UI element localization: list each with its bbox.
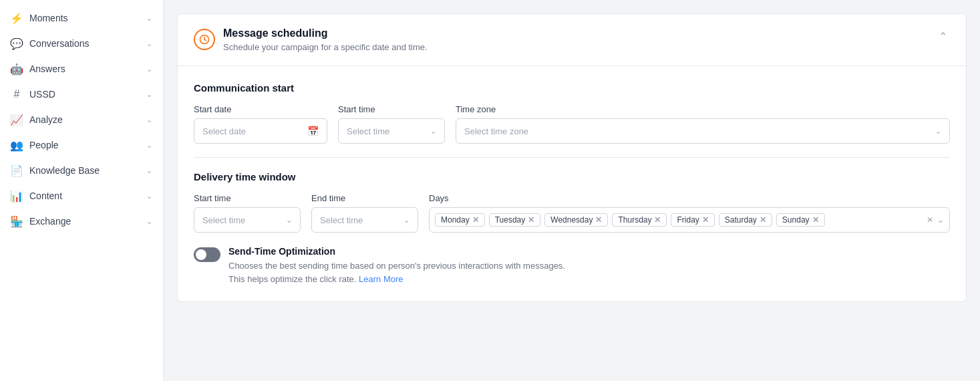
sidebar-label-moments: Moments [29, 13, 68, 23]
timezone-group: Time zone Select time zone ⌄ [456, 104, 950, 144]
moments-icon: ⚡ [11, 12, 23, 24]
analyze-icon: 📈 [11, 114, 23, 126]
sidebar: ⚡ Moments ⌄ 💬 Conversations ⌄ 🤖 Answers … [0, 0, 164, 381]
day-tag-sunday: Sunday ✕ [776, 213, 825, 227]
chevron-icon-knowledge-base: ⌄ [146, 166, 152, 175]
day-tag-remove[interactable]: ✕ [528, 216, 534, 224]
delivery-start-time-group: Start time Select time ⌄ [194, 193, 301, 233]
delivery-window-title: Delivery time window [194, 171, 950, 182]
section-divider [194, 157, 950, 158]
start-time-label: Start time [338, 104, 445, 114]
sidebar-item-answers[interactable]: 🤖 Answers ⌄ [0, 56, 163, 82]
delivery-window-form: Start time Select time ⌄ End time Select… [194, 193, 950, 233]
chevron-icon-analyze: ⌄ [146, 116, 152, 124]
learn-more-link[interactable]: Learn More [359, 274, 403, 284]
day-tag-friday: Friday ✕ [671, 213, 714, 227]
chevron-icon-conversations: ⌄ [146, 39, 152, 48]
sidebar-item-knowledge-base[interactable]: 📄 Knowledge Base ⌄ [0, 158, 163, 183]
day-tag-label: Thursday [618, 215, 651, 225]
sidebar-label-exchange: Exchange [29, 216, 71, 227]
start-date-group: Start date Select date 📅 [194, 104, 327, 144]
optimization-label: Send-Time Optimization [228, 246, 565, 257]
delivery-end-time-input[interactable]: Select time ⌄ [311, 207, 418, 233]
conversations-icon: 💬 [11, 37, 23, 49]
send-time-optimization-toggle[interactable] [194, 247, 220, 262]
day-tag-label: Wednesday [550, 215, 593, 225]
day-tag-remove[interactable]: ✕ [702, 216, 709, 224]
ussd-icon: # [11, 88, 23, 100]
days-group: Days Monday ✕ Tuesday ✕ Wednesday ✕ Thur… [429, 193, 950, 233]
day-tag-remove[interactable]: ✕ [654, 216, 661, 224]
sidebar-item-conversations[interactable]: 💬 Conversations ⌄ [0, 31, 163, 56]
day-tag-monday: Monday ✕ [435, 213, 485, 227]
start-time-placeholder: Select time [347, 126, 389, 136]
day-tag-label: Monday [441, 215, 470, 225]
clear-days-icon[interactable]: ✕ [927, 215, 933, 225]
sidebar-label-conversations: Conversations [29, 38, 90, 49]
start-time-input[interactable]: Select time ⌄ [338, 118, 445, 144]
schedule-icon [194, 29, 215, 50]
chevron-down-icon-days[interactable]: ⌄ [937, 215, 944, 225]
chevron-down-icon-dst: ⌄ [286, 216, 292, 225]
day-tag-label: Saturday [725, 215, 757, 225]
day-tag-tuesday: Tuesday ✕ [489, 213, 541, 227]
collapse-button[interactable]: ⌃ [936, 27, 950, 45]
day-tag-saturday: Saturday ✕ [719, 213, 772, 227]
chevron-icon-exchange: ⌄ [146, 217, 152, 226]
chevron-icon-content: ⌄ [146, 192, 152, 201]
start-date-placeholder: Select date [202, 126, 246, 136]
day-tag-remove[interactable]: ✕ [760, 216, 766, 224]
calendar-icon: 📅 [307, 126, 319, 136]
sidebar-label-people: People [29, 140, 59, 150]
communication-start-title: Communication start [194, 82, 950, 94]
sidebar-item-analyze[interactable]: 📈 Analyze ⌄ [0, 107, 163, 132]
send-time-optimization-row: Send-Time Optimization Chooses the best … [194, 246, 950, 285]
day-tag-remove[interactable]: ✕ [595, 216, 602, 224]
delivery-start-time-placeholder: Select time [202, 215, 245, 225]
sidebar-item-ussd[interactable]: # USSD ⌄ [0, 82, 163, 107]
sidebar-item-moments[interactable]: ⚡ Moments ⌄ [0, 5, 163, 31]
main-content: Message scheduling Schedule your campaig… [164, 0, 980, 381]
card-title: Message scheduling [223, 27, 428, 39]
sidebar-label-analyze: Analyze [29, 114, 63, 125]
chevron-down-icon-tz: ⌄ [935, 127, 941, 136]
timezone-placeholder: Select time zone [464, 126, 528, 136]
chevron-icon-answers: ⌄ [146, 65, 152, 74]
sidebar-item-exchange[interactable]: 🏪 Exchange ⌄ [0, 209, 163, 234]
day-tag-label: Tuesday [495, 215, 526, 225]
content-icon: 📊 [11, 190, 23, 202]
card-header: Message scheduling Schedule your campaig… [178, 14, 966, 66]
days-container[interactable]: Monday ✕ Tuesday ✕ Wednesday ✕ Thursday … [429, 207, 950, 233]
delivery-end-time-group: End time Select time ⌄ [311, 193, 418, 233]
chevron-icon-people: ⌄ [146, 141, 152, 150]
day-tag-label: Friday [677, 215, 699, 225]
chevron-icon-ussd: ⌄ [146, 90, 152, 99]
card-subtitle: Schedule your campaign for a specific da… [223, 42, 428, 52]
optimization-description: Chooses the best sending time based on p… [228, 259, 565, 285]
day-tag-thursday: Thursday ✕ [612, 213, 667, 227]
day-tag-remove[interactable]: ✕ [812, 216, 819, 224]
communication-start-form: Start date Select date 📅 Start time Sele… [194, 104, 950, 144]
start-time-group: Start time Select time ⌄ [338, 104, 445, 144]
days-expand-buttons: ✕ ⌄ [927, 215, 944, 225]
people-icon: 👥 [11, 139, 23, 151]
chevron-icon-moments: ⌄ [146, 14, 152, 23]
chevron-down-icon: ⌄ [430, 127, 436, 136]
timezone-input[interactable]: Select time zone ⌄ [456, 118, 950, 144]
start-date-label: Start date [194, 104, 327, 114]
exchange-icon: 🏪 [11, 215, 23, 227]
delivery-start-time-input[interactable]: Select time ⌄ [194, 207, 301, 233]
timezone-label: Time zone [456, 104, 950, 114]
delivery-end-time-label: End time [311, 193, 418, 203]
card-body: Communication start Start date Select da… [178, 66, 966, 301]
day-tag-wednesday: Wednesday ✕ [544, 213, 608, 227]
day-tag-remove[interactable]: ✕ [472, 216, 479, 224]
sidebar-item-content[interactable]: 📊 Content ⌄ [0, 183, 163, 209]
sidebar-item-people[interactable]: 👥 People ⌄ [0, 132, 163, 158]
chevron-down-icon-det: ⌄ [403, 216, 410, 225]
delivery-end-time-placeholder: Select time [320, 215, 363, 225]
answers-icon: 🤖 [11, 63, 23, 75]
knowledge-base-icon: 📄 [11, 164, 23, 176]
start-date-input[interactable]: Select date 📅 [194, 118, 327, 144]
sidebar-label-ussd: USSD [29, 89, 55, 100]
